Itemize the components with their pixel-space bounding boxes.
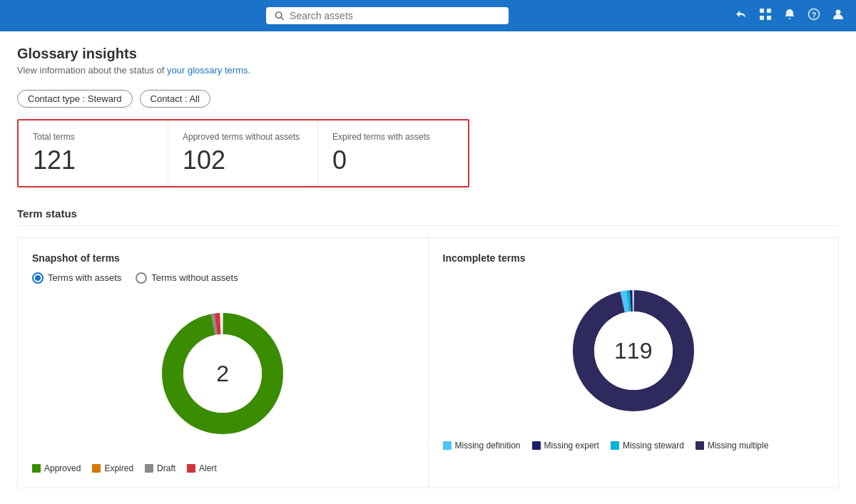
alert-label: Alert bbox=[199, 463, 217, 473]
radio-terms-without-assets-label: Terms without assets bbox=[151, 272, 238, 283]
missing-steward-swatch bbox=[611, 441, 619, 450]
incomplete-panel: Incomplete terms bbox=[429, 238, 839, 488]
legend-missing-definition: Missing definition bbox=[443, 441, 521, 451]
alert-swatch bbox=[187, 464, 195, 473]
search-bar[interactable] bbox=[266, 7, 509, 24]
legend-missing-steward: Missing steward bbox=[611, 441, 684, 451]
total-terms-value: 121 bbox=[33, 146, 151, 175]
svg-rect-4 bbox=[760, 16, 764, 20]
draft-swatch bbox=[145, 464, 153, 473]
expired-terms-label: Expired terms with assets bbox=[332, 132, 451, 142]
page-title: Glossary insights bbox=[17, 46, 839, 62]
missing-expert-label: Missing expert bbox=[544, 441, 599, 451]
contact-filter[interactable]: Contact : All bbox=[140, 90, 210, 108]
svg-rect-2 bbox=[760, 9, 764, 13]
expired-terms-value: 0 bbox=[332, 146, 451, 175]
radio-group-snapshot: Terms with assets Terms without assets bbox=[32, 272, 414, 284]
snapshot-panel: Snapshot of terms Terms with assets Term… bbox=[18, 238, 429, 488]
search-input[interactable] bbox=[290, 10, 500, 21]
missing-multiple-swatch bbox=[696, 441, 704, 450]
svg-rect-3 bbox=[767, 9, 771, 13]
draft-label: Draft bbox=[157, 463, 175, 473]
missing-definition-swatch bbox=[443, 441, 452, 450]
snapshot-title: Snapshot of terms bbox=[32, 252, 414, 264]
svg-text:?: ? bbox=[812, 10, 817, 19]
expired-swatch bbox=[92, 464, 101, 473]
header-icons: ? bbox=[735, 8, 845, 24]
radio-filled-icon bbox=[32, 272, 44, 284]
svg-rect-5 bbox=[767, 16, 771, 20]
approved-terms-card: Approved terms without assets 102 bbox=[168, 120, 318, 186]
radio-terms-with-assets-label: Terms with assets bbox=[48, 272, 121, 283]
total-terms-card: Total terms 121 bbox=[19, 120, 168, 186]
svg-line-1 bbox=[281, 17, 283, 19]
person-icon[interactable] bbox=[832, 8, 845, 24]
glossary-terms-link[interactable]: your glossary terms bbox=[167, 65, 248, 76]
filters-bar: Contact type : Steward Contact : All bbox=[17, 90, 839, 108]
charts-row: Snapshot of terms Terms with assets Term… bbox=[17, 237, 839, 488]
grid-icon[interactable] bbox=[759, 8, 772, 24]
expired-label: Expired bbox=[104, 463, 133, 473]
radio-terms-with-assets[interactable]: Terms with assets bbox=[32, 272, 121, 284]
missing-definition-label: Missing definition bbox=[455, 441, 521, 451]
incomplete-donut-svg-wrap: 119 bbox=[562, 279, 705, 422]
bell-icon[interactable] bbox=[783, 8, 796, 24]
app-header: ? bbox=[0, 0, 856, 31]
radio-terms-without-assets[interactable]: Terms without assets bbox=[136, 272, 238, 284]
expired-terms-card: Expired terms with assets 0 bbox=[318, 120, 468, 186]
search-icon bbox=[275, 11, 284, 21]
legend-approved: Approved bbox=[32, 463, 81, 473]
total-terms-label: Total terms bbox=[33, 132, 151, 142]
legend-alert: Alert bbox=[187, 463, 217, 473]
radio-empty-icon bbox=[136, 272, 147, 284]
approved-label: Approved bbox=[44, 463, 81, 473]
page-subtitle: View information about the status of you… bbox=[17, 65, 839, 76]
help-icon[interactable]: ? bbox=[807, 8, 820, 24]
incomplete-title: Incomplete terms bbox=[443, 252, 825, 264]
snapshot-donut-container: 2 bbox=[32, 295, 414, 452]
contact-type-filter[interactable]: Contact type : Steward bbox=[17, 90, 133, 108]
reply-icon[interactable] bbox=[735, 8, 748, 24]
missing-expert-swatch bbox=[532, 441, 541, 450]
snapshot-donut-center: 2 bbox=[216, 360, 229, 386]
svg-point-8 bbox=[836, 9, 841, 14]
approved-terms-label: Approved terms without assets bbox=[183, 132, 300, 142]
missing-multiple-label: Missing multiple bbox=[708, 441, 768, 451]
snapshot-legend: Approved Expired Draft Alert bbox=[32, 463, 414, 473]
approved-swatch bbox=[32, 464, 41, 473]
main-content: Glossary insights View information about… bbox=[0, 31, 856, 504]
approved-terms-value: 102 bbox=[183, 146, 300, 175]
incomplete-legend: Missing definition Missing expert Missin… bbox=[443, 441, 825, 451]
missing-steward-label: Missing steward bbox=[623, 441, 684, 451]
metric-cards-group: Total terms 121 Approved terms without a… bbox=[17, 119, 469, 187]
snapshot-donut-svg-wrap: 2 bbox=[151, 302, 294, 445]
incomplete-donut-center: 119 bbox=[614, 337, 652, 364]
legend-missing-expert: Missing expert bbox=[532, 441, 599, 451]
legend-missing-multiple: Missing multiple bbox=[696, 441, 768, 451]
legend-expired: Expired bbox=[92, 463, 133, 473]
incomplete-donut-container: 119 bbox=[443, 272, 825, 429]
term-status-section-title: Term status bbox=[17, 207, 839, 226]
legend-draft: Draft bbox=[145, 463, 175, 473]
